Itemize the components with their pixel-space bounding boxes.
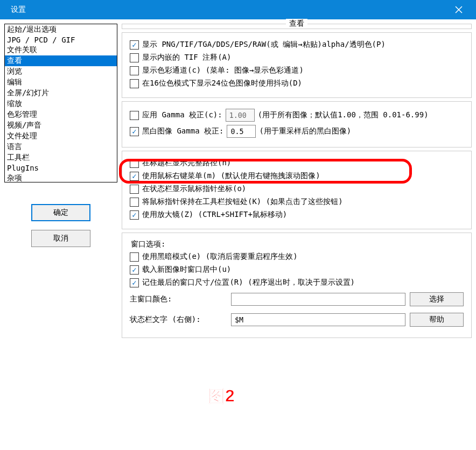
behavior-group: 在标题栏显示完整路径(h)使用鼠标右键菜单(m) (默认使用右键拖拽滚动图像)在…	[122, 151, 472, 229]
display-option-checkbox[interactable]	[130, 53, 139, 62]
settings-panel: 查看 显示 PNG/TIF/TGA/DDS/EPS/RAW(或 编辑→粘贴)al…	[122, 24, 472, 446]
behavior-option-row: 将鼠标指针保持在工具栏按钮处(K) (如果点击了这些按钮)	[130, 195, 464, 208]
behavior-option-label: 在状态栏显示鼠标指针坐标(o)	[142, 184, 246, 194]
behavior-option-checkbox[interactable]	[130, 198, 139, 207]
sidebar-item[interactable]: 缩放	[5, 99, 117, 109]
window-option-checkbox[interactable]	[130, 278, 139, 287]
sidebar-item[interactable]: 编辑	[5, 77, 117, 88]
figure-label: 图2	[208, 384, 235, 408]
window-option-checkbox[interactable]	[130, 252, 139, 262]
status-text-label: 状态栏文字 (右侧):	[130, 315, 227, 325]
category-listbox[interactable]: 起始/退出选项JPG / PCD / GIF文件关联查看浏览编辑全屏/幻灯片缩放…	[4, 24, 117, 182]
apply-gamma-hint: (用于所有图像；默认值1.00，范围 0.01-6.99)	[258, 110, 429, 120]
main-color-label: 主窗口颜色:	[130, 294, 227, 304]
cancel-button[interactable]: 取消	[31, 230, 90, 247]
behavior-option-checkbox[interactable]	[130, 185, 139, 194]
window-option-label: 使用黑暗模式(e) (取消后需要重启程序生效)	[142, 252, 298, 262]
behavior-option-label: 使用鼠标右键菜单(m) (默认使用右键拖拽滚动图像)	[142, 171, 320, 181]
display-option-checkbox[interactable]	[130, 66, 139, 75]
sidebar-item[interactable]: 语言	[5, 142, 117, 152]
window-option-row: 载入新图像时窗口居中(u)	[130, 263, 464, 276]
sidebar-item[interactable]: 查看	[5, 55, 117, 66]
behavior-option-row: 使用放大镜(Z) (CTRL+SHIFT+鼠标移动)	[130, 208, 464, 221]
sidebar-item[interactable]: JPG / PCD / GIF	[5, 35, 117, 45]
behavior-option-row: 在状态栏显示鼠标指针坐标(o)	[130, 182, 464, 195]
behavior-option-label: 在标题栏显示完整路径(h)	[142, 158, 231, 168]
behavior-option-checkbox[interactable]	[130, 172, 139, 181]
bw-gamma-checkbox[interactable]	[130, 127, 139, 136]
sidebar-item[interactable]: 文件处理	[5, 131, 117, 142]
sidebar-item[interactable]: 全屏/幻灯片	[5, 88, 117, 99]
behavior-option-row: 在标题栏显示完整路径(h)	[130, 157, 464, 170]
main-color-input[interactable]	[231, 293, 405, 306]
display-option-checkbox[interactable]	[130, 79, 139, 88]
window-option-label: 记住最后的窗口尺寸/位置(R) (程序退出时，取决于显示设置)	[142, 278, 355, 287]
window-options-heading: 窗口选项:	[130, 238, 464, 250]
sidebar-item[interactable]: 视频/声音	[5, 120, 117, 131]
display-option-checkbox[interactable]	[130, 40, 139, 50]
ok-button[interactable]: 确定	[31, 204, 90, 221]
window-option-row: 记住最后的窗口尺寸/位置(R) (程序退出时，取决于显示设置)	[130, 276, 464, 289]
apply-gamma-value[interactable]	[226, 109, 255, 122]
titlebar: 设置	[0, 0, 476, 19]
behavior-option-row: 使用鼠标右键菜单(m) (默认使用右键拖拽滚动图像)	[130, 170, 464, 182]
display-option-label: 在16位色模式下显示24位色图像时使用抖动(D)	[142, 79, 302, 88]
bw-gamma-hint: (用于重采样后的黑白图像)	[259, 126, 351, 136]
gamma-group: 应用 Gamma 校正(c): (用于所有图像；默认值1.00，范围 0.01-…	[122, 101, 472, 147]
behavior-option-label: 将鼠标指针保持在工具栏按钮处(K) (如果点击了这些按钮)	[142, 197, 343, 207]
apply-gamma-label: 应用 Gamma 校正(c):	[142, 110, 222, 120]
display-option-label: 显示色彩通道(c) (菜单: 图像→显示色彩通道)	[142, 66, 304, 75]
display-option-label: 显示 PNG/TIF/TGA/DDS/EPS/RAW(或 编辑→粘贴)alpha…	[142, 40, 386, 50]
display-options-group: 显示 PNG/TIF/TGA/DDS/EPS/RAW(或 编辑→粘贴)alpha…	[122, 32, 472, 98]
window-option-row: 使用黑暗模式(e) (取消后需要重启程序生效)	[130, 250, 464, 263]
status-text-input[interactable]	[231, 313, 405, 326]
window-options-group: 窗口选项: 使用黑暗模式(e) (取消后需要重启程序生效)载入新图像时窗口居中(…	[122, 233, 472, 338]
display-option-row: 显示色彩通道(c) (菜单: 图像→显示色彩通道)	[130, 64, 464, 77]
sidebar-item[interactable]: 文件关联	[5, 45, 117, 55]
behavior-option-checkbox[interactable]	[130, 159, 139, 168]
sidebar-item[interactable]: 起始/退出选项	[5, 24, 117, 35]
window-option-label: 载入新图像时窗口居中(u)	[142, 265, 231, 275]
sidebar-item[interactable]: 色彩管理	[5, 109, 117, 120]
sidebar-item[interactable]: 工具栏	[5, 152, 117, 163]
sidebar-item[interactable]: PlugIns	[5, 163, 117, 173]
close-button[interactable]	[448, 0, 470, 19]
panel-heading: 查看	[286, 19, 307, 29]
window-option-checkbox[interactable]	[130, 265, 139, 275]
sidebar-item[interactable]: 杂项	[5, 173, 117, 182]
close-icon	[455, 6, 463, 13]
bw-gamma-label: 黑白图像 Gamma 校正:	[142, 126, 223, 136]
bw-gamma-value[interactable]	[227, 125, 256, 138]
choose-color-button[interactable]: 选择	[410, 292, 464, 306]
display-option-row: 在16位色模式下显示24位色图像时使用抖动(D)	[130, 77, 464, 90]
behavior-option-label: 使用放大镜(Z) (CTRL+SHIFT+鼠标移动)	[142, 210, 287, 220]
status-help-button[interactable]: 帮助	[410, 313, 464, 327]
apply-gamma-checkbox[interactable]	[130, 111, 139, 120]
display-option-row: 显示 PNG/TIF/TGA/DDS/EPS/RAW(或 编辑→粘贴)alpha…	[130, 38, 464, 51]
sidebar-item[interactable]: 浏览	[5, 66, 117, 77]
behavior-option-checkbox[interactable]	[130, 210, 139, 220]
display-option-row: 显示内嵌的 TIF 注释(A)	[130, 51, 464, 64]
display-option-label: 显示内嵌的 TIF 注释(A)	[142, 53, 231, 62]
window-title: 设置	[6, 5, 26, 15]
